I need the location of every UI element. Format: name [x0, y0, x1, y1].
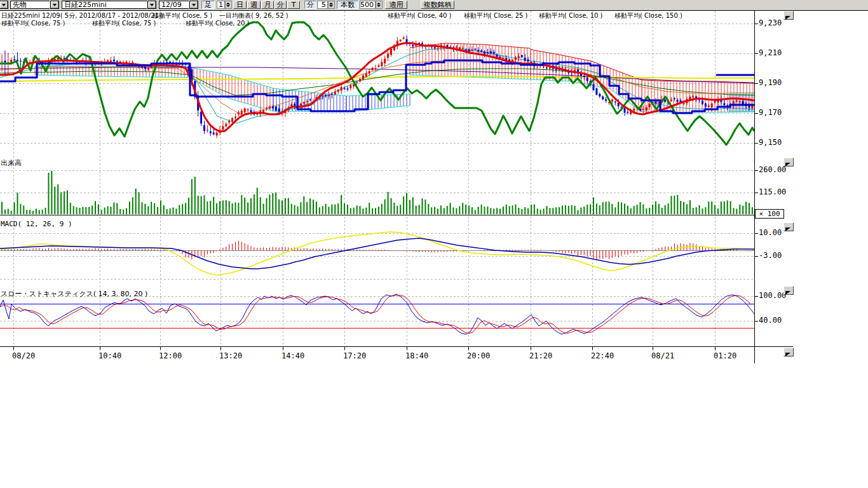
contract-select-value: 12/09	[159, 1, 189, 9]
macd-panel-label: MACD( 12, 26, 9 )	[1, 220, 72, 228]
ashi-button[interactable]: 足	[201, 1, 215, 9]
symbol-select[interactable]: 日経225mini	[62, 1, 156, 9]
chart-canvas[interactable]	[0, 0, 868, 488]
resize-triangle-icon	[785, 291, 790, 295]
resize-triangle-icon	[785, 163, 790, 166]
panel-resize-button[interactable]	[783, 11, 794, 20]
panel-resize-button[interactable]	[783, 348, 794, 356]
market-select[interactable]: 先物	[10, 1, 59, 9]
period-day-button[interactable]: 日	[233, 1, 247, 9]
apply-button[interactable]: 適用	[385, 1, 407, 9]
chevron-down-icon[interactable]	[147, 1, 156, 9]
trading-chart-app: { "toolbar":{ "combos":[{"value":"先物"},{…	[0, 0, 868, 488]
resize-triangle-icon	[785, 227, 790, 231]
combo-stub[interactable]	[0, 1, 8, 9]
contract-select[interactable]: 12/09	[159, 1, 198, 9]
resize-triangle-icon	[785, 353, 790, 356]
chevron-down-icon[interactable]	[50, 1, 59, 9]
multi-symbol-button[interactable]: 複数銘柄	[421, 1, 454, 9]
ashi-count-spinner[interactable]: 1	[217, 1, 232, 9]
stochastics-panel-label: スロー・ストキャスティクス( 14, 3, 80, 20 )	[1, 289, 147, 299]
toolbar: 先物 日経225mini 12/09 足 1 日 週 月 分 T 分 5 本数 …	[0, 0, 868, 11]
symbol-select-value: 日経225mini	[62, 1, 147, 9]
resize-triangle-icon	[785, 16, 790, 20]
ashi-count-value[interactable]: 1	[217, 1, 225, 9]
unit-button[interactable]: 分	[304, 1, 316, 9]
unit-value-spinner[interactable]: 5	[317, 1, 335, 9]
panel-resize-button[interactable]	[783, 158, 794, 166]
period-month-button[interactable]: 月	[261, 1, 274, 9]
chevron-down-icon[interactable]	[0, 1, 8, 9]
spinner-arrows-icon[interactable]	[225, 1, 232, 9]
unit-value[interactable]: 5	[317, 1, 328, 9]
bars-button[interactable]: 本数	[337, 1, 358, 9]
chevron-down-icon[interactable]	[189, 1, 198, 9]
period-week-button[interactable]: 週	[247, 1, 261, 9]
bars-count-value[interactable]: 500	[360, 1, 376, 9]
market-select-value: 先物	[10, 1, 50, 9]
spinner-arrows-icon[interactable]	[376, 1, 383, 9]
period-minute-button[interactable]: 分	[275, 1, 287, 9]
spinner-arrows-icon[interactable]	[328, 1, 335, 9]
volume-panel-label: 出来高	[1, 158, 22, 168]
panel-resize-button[interactable]	[783, 222, 794, 231]
panel-resize-button[interactable]	[783, 286, 794, 295]
bars-count-spinner[interactable]: 500	[360, 1, 383, 9]
volume-multiplier-badge: × 100	[755, 209, 784, 219]
period-tick-button[interactable]: T	[287, 1, 300, 9]
